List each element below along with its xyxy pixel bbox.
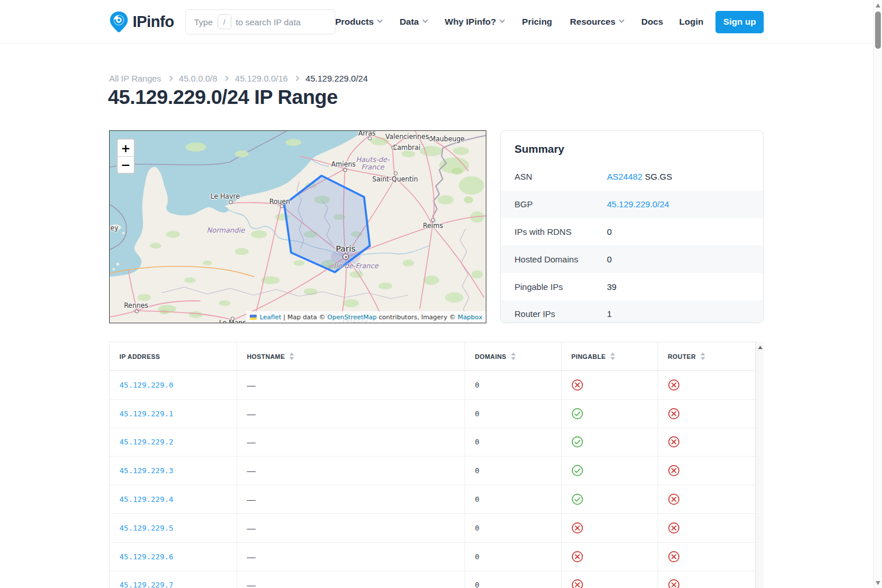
summary-value: 0 xyxy=(607,254,612,264)
table-body: 45.129.229.0—045.129.229.1—045.129.229.2… xyxy=(110,371,756,588)
leaflet-link[interactable]: Leaflet xyxy=(260,314,281,321)
chevron-down-icon xyxy=(618,17,624,23)
summary-label: BGP xyxy=(514,199,607,209)
ip-address-link[interactable]: 45.129.229.5 xyxy=(119,524,173,532)
column-label: HOSTNAME xyxy=(247,353,285,360)
sort-icon[interactable] xyxy=(289,353,294,360)
login-link[interactable]: Login xyxy=(679,17,703,27)
table-row: 45.129.229.2—0 xyxy=(110,428,756,457)
main-nav: ProductsDataWhy IPinfo?PricingResourcesD… xyxy=(335,17,663,27)
zoom-in-button[interactable]: + xyxy=(118,140,134,156)
ip-address-cell: 45.129.229.4 xyxy=(110,485,237,514)
pingable-cell xyxy=(562,514,658,543)
map-city-marker xyxy=(394,172,398,176)
search-type-label: Type xyxy=(194,17,213,27)
ip-address-link[interactable]: 45.129.229.7 xyxy=(119,581,173,588)
sort-icon[interactable] xyxy=(701,353,705,360)
x-circle-icon xyxy=(668,493,680,505)
x-circle-icon xyxy=(668,436,680,448)
page-title: 45.129.229.0/24 IP Range xyxy=(108,86,338,109)
openstreetmap-link[interactable]: OpenStreetMap xyxy=(327,314,377,321)
table-scrollbar[interactable] xyxy=(756,342,764,588)
top-navigation-bar: IPinfo Type / to search IP data Products… xyxy=(0,0,882,44)
nav-label: Why IPinfo? xyxy=(445,17,497,27)
pingable-cell xyxy=(562,428,658,457)
ipinfo-page: IPinfo Type / to search IP data Products… xyxy=(0,0,882,588)
pingable-cell xyxy=(562,371,658,400)
summary-card: Summary ASNAS24482 SG.GSBGP45.129.229.0/… xyxy=(500,130,764,323)
column-header-router[interactable]: ROUTER xyxy=(658,342,756,371)
ip-address-cell: 45.129.229.2 xyxy=(110,428,237,457)
domains-cell: 0 xyxy=(465,571,562,588)
table-row: 45.129.229.5—0 xyxy=(110,514,756,543)
ip-address-link[interactable]: 45.129.229.0 xyxy=(119,381,173,389)
hostname-cell: — xyxy=(237,371,465,400)
scrollbar-thumb[interactable] xyxy=(875,11,881,49)
nav-item-data[interactable]: Data xyxy=(400,17,427,27)
domains-count: 0 xyxy=(475,381,479,389)
page-scrollbar[interactable] xyxy=(873,0,882,588)
nav-item-products[interactable]: Products xyxy=(335,17,382,27)
ip-address-link[interactable]: 45.129.229.4 xyxy=(119,495,173,504)
scroll-up-arrow[interactable] xyxy=(876,3,880,7)
summary-label: Hosted Domains xyxy=(514,254,607,264)
table-row: 45.129.229.3—0 xyxy=(110,457,756,485)
ipinfo-pin-icon xyxy=(109,11,129,33)
ip-range-map[interactable]: ArrasValenciennesMaubeugeCambraiAmiensSa… xyxy=(109,130,486,323)
ukraine-flag-icon xyxy=(250,315,257,320)
domains-cell: 0 xyxy=(465,543,562,571)
summary-value: 45.129.229.0/24 xyxy=(607,199,669,209)
map-attribution: Leaflet | Map data © OpenStreetMap contr… xyxy=(246,311,486,323)
ip-address-link[interactable]: 45.129.229.1 xyxy=(119,409,173,418)
check-circle-icon xyxy=(571,493,583,505)
summary-value: 0 xyxy=(607,227,612,237)
chevron-down-icon xyxy=(500,17,505,23)
chevron-down-icon xyxy=(422,17,428,23)
scroll-down-arrow[interactable] xyxy=(876,581,880,585)
ip-address-link[interactable]: 45.129.229.3 xyxy=(119,466,173,475)
x-circle-icon xyxy=(668,579,680,588)
ipinfo-logo[interactable]: IPinfo xyxy=(109,11,174,33)
map-city-marker xyxy=(229,200,233,204)
column-header-pingable[interactable]: PINGABLE xyxy=(562,342,658,371)
ip-address-link[interactable]: 45.129.229.6 xyxy=(119,552,173,561)
table-row: 45.129.229.0—0 xyxy=(110,371,756,400)
pingable-cell xyxy=(562,400,658,428)
zoom-out-button[interactable]: − xyxy=(118,156,134,173)
breadcrumb-link[interactable]: All IP Ranges xyxy=(109,74,161,83)
map-city-marker xyxy=(392,146,396,150)
column-header-hostname[interactable]: HOSTNAME xyxy=(237,342,465,371)
router-cell xyxy=(658,485,756,514)
ip-address-link[interactable]: 45.129.229.2 xyxy=(119,438,173,446)
map-city-marker xyxy=(343,254,349,260)
x-circle-icon xyxy=(668,551,680,563)
router-cell xyxy=(658,514,756,543)
sort-icon[interactable] xyxy=(610,353,615,360)
domains-count: 0 xyxy=(475,524,479,532)
domains-count: 0 xyxy=(475,552,479,561)
sort-icon[interactable] xyxy=(511,353,516,360)
map-city-marker xyxy=(368,137,372,141)
breadcrumb-link[interactable]: 45.129.0.0/16 xyxy=(235,74,288,83)
summary-row-hosted-domains: Hosted Domains0 xyxy=(501,245,763,273)
nav-item-docs[interactable]: Docs xyxy=(641,17,663,27)
map-city-marker xyxy=(431,218,435,222)
slash-key-badge: / xyxy=(218,14,231,29)
breadcrumb-link[interactable]: 45.0.0.0/8 xyxy=(179,74,218,83)
summary-link[interactable]: 45.129.229.0/24 xyxy=(607,199,669,209)
hostname-cell: — xyxy=(237,514,465,543)
table-scroll-up-arrow[interactable] xyxy=(758,346,763,349)
nav-item-why-ipinfo[interactable]: Why IPinfo? xyxy=(445,17,505,27)
map-city-marker xyxy=(280,204,284,208)
nav-item-pricing[interactable]: Pricing xyxy=(522,17,552,27)
summary-rows: ASNAS24482 SG.GSBGP45.129.229.0/24IPs wi… xyxy=(501,163,763,323)
summary-link[interactable]: AS24482 xyxy=(607,172,643,181)
mapbox-link[interactable]: Mapbox xyxy=(458,314,482,321)
x-circle-icon xyxy=(571,551,583,563)
column-header-domains[interactable]: DOMAINS xyxy=(465,342,562,371)
domains-cell: 0 xyxy=(465,400,562,428)
search-input[interactable]: Type / to search IP data xyxy=(185,9,335,34)
hostname-cell: — xyxy=(237,543,465,571)
signup-button[interactable]: Sign up xyxy=(715,11,764,33)
nav-item-resources[interactable]: Resources xyxy=(570,17,624,27)
